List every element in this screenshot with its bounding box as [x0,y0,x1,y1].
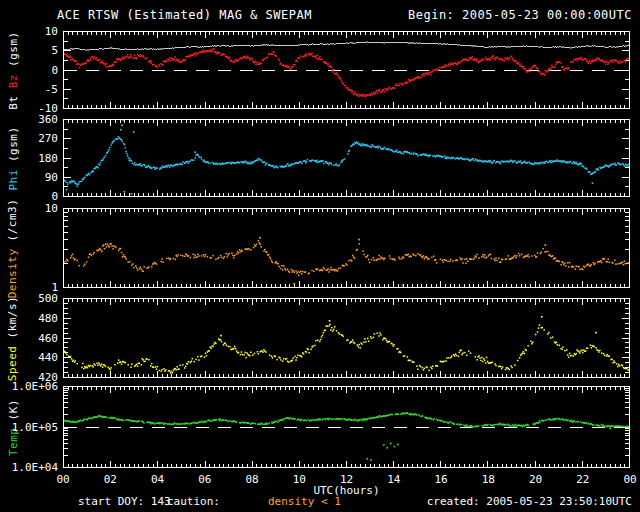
y-tick-label: 360 [2,114,58,126]
panel-speed [63,298,630,378]
begin-timestamp: Begin: 2005-05-23 00:00:00UTC [408,8,632,22]
panel-bt-bz [63,31,630,109]
footer-caution-value: density < 1 [268,495,341,508]
footer-start-doy: start DOY: 143 [78,495,171,508]
y-tick-label: 90 [2,172,58,184]
plot-title: ACE RTSW (Estimated) MAG & SWEPAM [57,8,312,22]
panel-ylabel-density: Density (/cm3) [0,208,26,288]
y-tick-label: 10 [2,26,58,38]
footer-caution-label: caution: [167,495,220,508]
y-tick-label: 10 [2,203,58,215]
panel-phi [63,119,630,197]
y-tick-label: 460 [2,333,58,345]
y-tick-label: 1.0E+05 [2,422,58,434]
panel-density [63,208,630,288]
y-tick-label: 500 [2,293,58,305]
y-tick-label: -5 [2,84,58,96]
y-tick-label: 480 [2,313,58,325]
y-tick-label: 1.0E+06 [2,381,58,393]
panel-temp [63,386,630,468]
y-tick-label: 5 [2,45,58,57]
y-tick-label: 180 [2,153,58,165]
y-tick-label: 270 [2,133,58,145]
ace-rtsw-plot: ACE RTSW (Estimated) MAG & SWEPAM Begin:… [0,0,640,512]
footer-created-timestamp: created: 2005-05-23 23:50:10UTC [427,495,632,508]
y-tick-label: 0 [2,65,58,77]
y-tick-label: 440 [2,352,58,364]
